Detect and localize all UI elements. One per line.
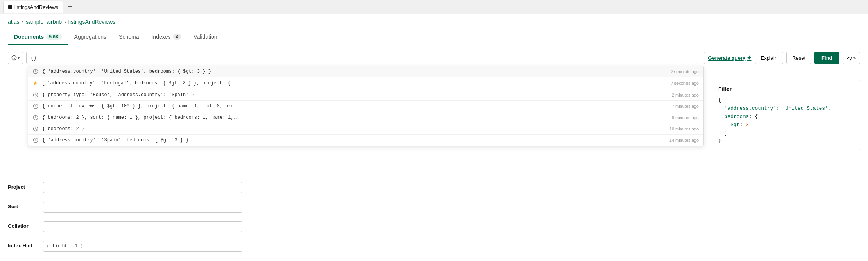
filter-panel: Filter { 'address.country': 'United Stat… — [712, 80, 860, 150]
tab-documents-label: Documents — [14, 34, 44, 40]
form-area: Project Sort Collation Index Hint — [0, 177, 868, 261]
code-button[interactable]: </> — [843, 52, 860, 64]
tab-aggregations-label: Aggregations — [74, 34, 107, 40]
history-code-4: { bedrooms: 2 }, sort: { name: 1 }, proj… — [42, 115, 668, 120]
history-code-1: { 'address.country': 'Portugal', bedroom… — [42, 80, 667, 86]
project-input[interactable] — [43, 182, 242, 193]
filter-content: { 'address.country': 'United States', be… — [718, 97, 854, 145]
clock-icon-2 — [33, 92, 38, 98]
history-time-1: 7 seconds ago — [671, 81, 699, 86]
project-label: Project — [8, 182, 39, 190]
form-row-project: Project — [8, 182, 242, 193]
sort-label: Sort — [8, 202, 39, 209]
history-time-3: 7 minutes ago — [672, 104, 699, 109]
collation-input[interactable] — [43, 221, 242, 232]
find-button[interactable]: Find — [814, 52, 839, 64]
new-tab-button[interactable]: + — [65, 3, 75, 11]
star-icon-1: ★ — [33, 80, 38, 86]
history-code-6: { 'address.country': 'Spain', bedrooms: … — [42, 138, 665, 143]
tab-validation-label: Validation — [194, 34, 217, 40]
history-item-0[interactable]: { 'address.country': 'United States', be… — [28, 66, 703, 77]
history-item-1[interactable]: ★ { 'address.country': 'Portugal', bedro… — [28, 77, 703, 89]
history-button[interactable]: ▾ — [8, 52, 23, 64]
form-row-collation: Collation — [8, 221, 242, 232]
form-row-index-hint: Index Hint — [8, 241, 242, 252]
tab-listings-and-reviews[interactable]: listingsAndReviews — [3, 1, 63, 13]
history-dropdown: { 'address.country': 'United States', be… — [28, 66, 704, 146]
tab-indexes-label: Indexes — [151, 34, 170, 40]
clock-icon-6 — [33, 138, 38, 143]
reset-button[interactable]: Reset — [786, 52, 811, 64]
breadcrumb-sep-2: › — [64, 19, 66, 25]
index-hint-input[interactable] — [43, 241, 242, 252]
clock-icon — [11, 55, 17, 61]
history-code-5: { bedrooms: 2 } — [42, 126, 665, 132]
clock-icon-3 — [33, 104, 38, 109]
tab-label: listingsAndReviews — [14, 4, 58, 10]
history-item-5[interactable]: { bedrooms: 2 } 10 minutes ago — [28, 123, 703, 135]
query-row: ▾ Generate query ✦ Explain Reset Find </… — [8, 52, 860, 64]
nav-tabs: Documents 5.6K Aggregations Schema Index… — [0, 30, 868, 45]
history-time-2: 2 minutes ago — [672, 93, 699, 97]
query-area: ▾ Generate query ✦ Explain Reset Find </… — [0, 45, 868, 64]
history-time-0: 2 seconds ago — [671, 69, 699, 74]
history-time-5: 10 minutes ago — [669, 127, 699, 131]
generate-query-label: Generate query — [708, 55, 745, 61]
history-code-2: { property_type: 'House', 'address.count… — [42, 92, 668, 98]
sort-input[interactable] — [43, 202, 242, 213]
history-code-0: { 'address.country': 'United States', be… — [42, 69, 667, 74]
chevron-down-icon: ▾ — [18, 56, 20, 60]
history-item-2[interactable]: { property_type: 'House', 'address.count… — [28, 89, 703, 101]
generate-query-button[interactable]: Generate query ✦ — [708, 55, 751, 61]
tab-aggregations[interactable]: Aggregations — [68, 30, 113, 45]
history-item-4[interactable]: { bedrooms: 2 }, sort: { name: 1 }, proj… — [28, 112, 703, 123]
clock-icon-5 — [33, 126, 38, 132]
tab-documents[interactable]: Documents 5.6K — [8, 30, 68, 45]
clock-icon-4 — [33, 115, 38, 120]
history-time-4: 8 minutes ago — [672, 115, 699, 120]
form-row-sort: Sort — [8, 202, 242, 213]
tab-indexes[interactable]: Indexes 4 — [145, 30, 187, 45]
history-code-3: { number_of_reviews: { $gt: 100 } }, pro… — [42, 104, 668, 109]
filter-panel-title: Filter — [718, 85, 854, 93]
indexes-badge: 4 — [173, 34, 181, 40]
breadcrumb-sample-airbnb[interactable]: sample_airbnb — [26, 19, 62, 25]
history-time-6: 14 minutes ago — [669, 138, 699, 143]
sparkle-icon: ✦ — [747, 55, 751, 61]
filter-input[interactable] — [26, 52, 705, 64]
tab-schema-label: Schema — [119, 34, 139, 40]
breadcrumb-collection[interactable]: listingsAndReviews — [68, 19, 116, 25]
breadcrumb-sep-1: › — [22, 19, 24, 25]
explain-button[interactable]: Explain — [755, 52, 783, 64]
history-item-3[interactable]: { number_of_reviews: { $gt: 100 } }, pro… — [28, 101, 703, 112]
collation-label: Collation — [8, 221, 39, 229]
index-hint-label: Index Hint — [8, 241, 39, 248]
history-item-6[interactable]: { 'address.country': 'Spain', bedrooms: … — [28, 135, 703, 146]
breadcrumb-atlas[interactable]: atlas — [8, 19, 20, 25]
left-form: Project Sort Collation Index Hint — [8, 182, 242, 256]
tab-schema[interactable]: Schema — [113, 30, 145, 45]
breadcrumb: atlas › sample_airbnb › listingsAndRevie… — [0, 14, 868, 30]
documents-badge: 5.6K — [46, 34, 61, 40]
tab-validation[interactable]: Validation — [187, 30, 223, 45]
tab-dot-icon — [8, 5, 12, 9]
tab-bar: listingsAndReviews + — [0, 0, 868, 14]
clock-icon-0 — [33, 69, 38, 74]
